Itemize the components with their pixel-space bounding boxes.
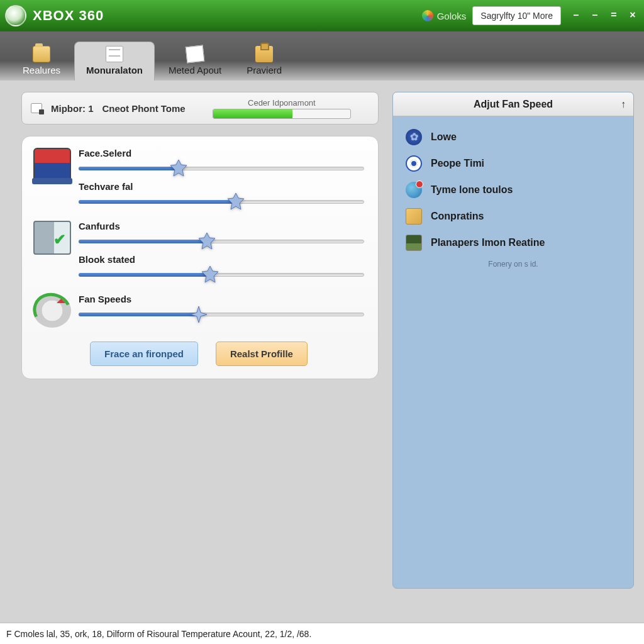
button-row: Frace an fironped Realst Profille — [33, 341, 364, 366]
clipboard-icon — [255, 46, 273, 62]
document-icon — [106, 46, 123, 62]
tab-label: Realures — [23, 65, 60, 75]
slider-techvare[interactable] — [79, 194, 364, 209]
goloks-icon — [422, 10, 433, 21]
slider-thumb-icon[interactable] — [226, 192, 246, 212]
panel-item-conpratins[interactable]: Conpratins — [403, 203, 623, 230]
panel-item-tyme[interactable]: Tyme lone toulos — [403, 177, 623, 203]
titlebar: XBOX 360 Goloks Sagrylfty 10" More – – =… — [0, 0, 644, 31]
mipbor-label: Mipbor: 1 — [51, 103, 94, 114]
profile-button[interactable]: Realst Profille — [216, 341, 308, 366]
goloks-link[interactable]: Goloks — [422, 10, 467, 21]
panel-title: Adjut Fan Speed — [474, 99, 553, 110]
slider-label: Fan Speeds — [79, 294, 364, 304]
panel-item-label: Planapers Imon Reatine — [431, 237, 545, 248]
device-icon — [31, 103, 42, 113]
panel-item-label: Peope Timi — [431, 158, 484, 169]
svg-marker-2 — [199, 233, 215, 249]
tab-pravierd[interactable]: Pravierd — [235, 42, 293, 80]
restore-button[interactable]: – — [589, 11, 601, 21]
status-bar: Mipbor: 1 Cneot Phont Tome Ceder Idponam… — [21, 92, 379, 125]
tabstrip: Realures Monuralaton Meted Apout Pravier… — [0, 31, 644, 80]
ribbon-icon — [406, 155, 422, 172]
tab-label: Meted Apout — [169, 65, 221, 75]
slider-thumb-icon[interactable] — [169, 158, 189, 179]
slider-row-canfurds: Canfurds Blook stated — [33, 221, 364, 287]
window-controls: – – = × — [570, 11, 639, 21]
slider-row-fan: Fan Speeds — [33, 294, 364, 328]
brand-label: XBOX 360 — [33, 8, 104, 24]
slider-row-face: Face.Selerd Techvare fal — [33, 148, 364, 214]
tab-monuralaton[interactable]: Monuralaton — [74, 42, 155, 80]
slider-canfurds[interactable] — [79, 234, 364, 249]
panel-footer: Fonery on s id. — [403, 260, 623, 269]
svg-marker-3 — [202, 266, 218, 282]
server-icon — [33, 221, 71, 255]
info-pill[interactable]: Sagrylfty 10" More — [472, 6, 561, 25]
svg-marker-4 — [191, 306, 207, 323]
refresh-icon — [33, 294, 71, 328]
slider-thumb-icon[interactable] — [200, 265, 220, 285]
panel-item-peope[interactable]: Peope Timi — [403, 150, 623, 177]
slider-label: Techvare fal — [79, 181, 364, 192]
panel-item-planapers[interactable]: Planapers Imon Reatine — [403, 230, 623, 256]
progress-label: Ceder Idponamont — [194, 98, 369, 108]
xbox-logo-icon — [5, 5, 26, 26]
gear-icon — [406, 129, 422, 145]
panel-item-lowe[interactable]: Lowe — [403, 124, 623, 150]
side-panel: Adjut Fan Speed ↑ Lowe Peope Timi Tyme l… — [392, 92, 634, 589]
slider-label: Face.Selerd — [79, 148, 364, 158]
maximize-button[interactable]: = — [608, 11, 620, 21]
panel-item-label: Lowe — [431, 131, 457, 143]
progress-meta: Ceder Idponamont — [194, 98, 369, 119]
panel-header: Adjut Fan Speed ↑ — [393, 92, 633, 116]
bottom-status-bar: F Cmoles lal, 35, ork, 18, Dilform of Ri… — [0, 623, 644, 644]
folder-icon — [33, 46, 50, 62]
main-area: Mipbor: 1 Cneot Phont Tome Ceder Idponam… — [0, 80, 644, 621]
thumbnail-icon — [406, 208, 422, 225]
right-column: Adjut Fan Speed ↑ Lowe Peope Timi Tyme l… — [392, 92, 634, 621]
panel-item-label: Tyme lone toulos — [431, 184, 513, 196]
slider-fan-speeds[interactable] — [79, 307, 364, 322]
minimize-button[interactable]: – — [570, 11, 582, 21]
slider-label: Canfurds — [79, 221, 364, 231]
console-icon — [33, 148, 71, 182]
svg-marker-0 — [170, 160, 187, 176]
tab-label: Pravierd — [247, 65, 282, 75]
progress-fill — [213, 109, 292, 118]
slider-thumb-icon[interactable] — [189, 304, 209, 325]
goloks-label: Goloks — [437, 11, 467, 21]
slider-blook[interactable] — [79, 267, 364, 282]
tab-realures[interactable]: Realures — [11, 42, 72, 80]
globe-icon — [406, 182, 422, 198]
progress-bar — [213, 109, 351, 119]
collapse-icon[interactable]: ↑ — [621, 99, 626, 110]
slider-face[interactable] — [79, 161, 364, 176]
tab-label: Monuralaton — [86, 65, 143, 75]
slider-panel: Face.Selerd Techvare fal — [21, 136, 379, 379]
panel-item-label: Conpratins — [431, 211, 484, 222]
bottom-status-text: F Cmoles lal, 35, ork, 18, Dilform of Ri… — [6, 629, 311, 639]
photo-icon — [406, 235, 422, 251]
slider-label: Blook stated — [79, 254, 364, 265]
phont-label: Cneot Phont Tome — [103, 103, 186, 114]
close-button[interactable]: × — [626, 11, 639, 21]
tab-meted-apout[interactable]: Meted Apout — [157, 42, 233, 80]
svg-marker-1 — [228, 193, 244, 209]
slider-thumb-icon[interactable] — [197, 231, 217, 252]
note-icon — [186, 45, 205, 64]
frace-button[interactable]: Frace an fironped — [90, 341, 198, 366]
left-column: Mipbor: 1 Cneot Phont Tome Ceder Idponam… — [21, 92, 379, 621]
panel-list: Lowe Peope Timi Tyme lone toulos Conprat… — [393, 116, 633, 276]
